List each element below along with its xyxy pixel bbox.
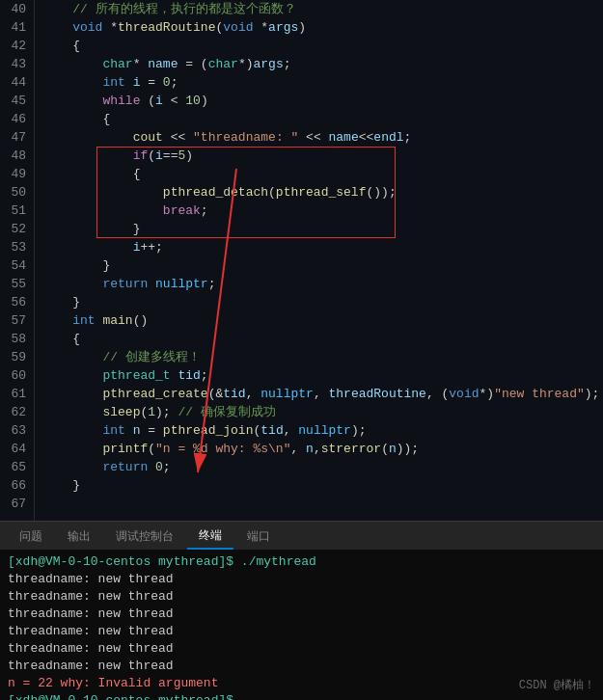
code-line: } — [42, 220, 603, 238]
code-line: return nullptr; — [42, 275, 603, 293]
code-line: { — [42, 330, 603, 348]
code-line: int i = 0; — [42, 73, 603, 92]
code-line: { — [42, 110, 603, 128]
line-number: 64 — [4, 440, 26, 458]
line-number: 53 — [4, 238, 26, 256]
code-container: 4041424344454647484950515253545556575859… — [0, 0, 603, 521]
code-line: cout << "threadname: " << name<<endl; — [42, 128, 603, 147]
line-number: 48 — [4, 147, 26, 165]
line-number: 46 — [4, 110, 26, 128]
line-number: 52 — [4, 220, 26, 238]
code-line: while (i < 10) — [42, 92, 603, 110]
terminal-line: n = 22 why: Invalid argument — [8, 675, 595, 692]
code-line: char* name = (char*)args; — [42, 55, 603, 73]
terminal-tab-端口[interactable]: 端口 — [235, 525, 282, 550]
line-number: 58 — [4, 330, 26, 348]
line-number: 57 — [4, 311, 26, 330]
code-line: } — [42, 256, 603, 275]
code-line: } — [42, 293, 603, 311]
code-line: i++; — [42, 238, 603, 256]
line-number: 67 — [4, 495, 26, 513]
terminal-tab-输出[interactable]: 输出 — [56, 525, 102, 550]
terminal-line: threadname: new thread — [8, 640, 595, 658]
line-number: 51 — [4, 202, 26, 220]
code-line: pthread_detach(pthread_self()); — [42, 183, 603, 202]
line-number: 41 — [4, 18, 26, 37]
code-line: // 创建多线程！ — [42, 348, 603, 366]
terminal-line: threadname: new thread — [8, 571, 595, 588]
code-line: { — [42, 165, 603, 183]
editor-area: 4041424344454647484950515253545556575859… — [0, 0, 603, 521]
watermark: CSDN @橘柚！ — [519, 677, 595, 694]
code-content[interactable]: // 所有的线程，执行的都是这个函数？ void *threadRoutine(… — [35, 0, 603, 521]
terminal-line: [xdh@VM-0-10-centos mythread]$ ./mythrea… — [8, 553, 595, 571]
line-number: 62 — [4, 403, 26, 421]
code-line: printf("n = %d why: %s\n", n,strerror(n)… — [42, 440, 603, 458]
line-number: 56 — [4, 293, 26, 311]
code-line: void *threadRoutine(void *args) — [42, 18, 603, 37]
line-number: 66 — [4, 476, 26, 495]
terminal-tabs: 问题输出调试控制台终端端口 — [0, 521, 603, 550]
line-number: 50 — [4, 183, 26, 202]
line-number: 45 — [4, 92, 26, 110]
line-number: 40 — [4, 0, 26, 18]
terminal-line: [xdh@VM-0-10-centos mythread]$ — [8, 692, 595, 700]
line-number: 54 — [4, 256, 26, 275]
line-number: 65 — [4, 458, 26, 476]
code-line: // 所有的线程，执行的都是这个函数？ — [42, 0, 603, 18]
code-line: break; — [42, 202, 603, 220]
code-line: sleep(1); // 确保复制成功 — [42, 403, 603, 421]
terminal-line: threadname: new thread — [8, 606, 595, 623]
line-number: 42 — [4, 37, 26, 55]
code-line: } — [42, 476, 603, 495]
line-number: 60 — [4, 366, 26, 385]
code-line: int n = pthread_join(tid, nullptr); — [42, 421, 603, 440]
line-number: 63 — [4, 421, 26, 440]
line-numbers: 4041424344454647484950515253545556575859… — [0, 0, 35, 521]
line-number: 47 — [4, 128, 26, 147]
terminal-tab-终端[interactable]: 终端 — [187, 524, 233, 550]
code-line: { — [42, 37, 603, 55]
terminal-tab-问题[interactable]: 问题 — [8, 525, 54, 550]
terminal-line: threadname: new thread — [8, 623, 595, 640]
terminal-body[interactable]: [xdh@VM-0-10-centos mythread]$ ./mythrea… — [0, 550, 603, 700]
line-number: 59 — [4, 348, 26, 366]
terminal-tab-调试控制台[interactable]: 调试控制台 — [104, 525, 185, 550]
code-line: int main() — [42, 311, 603, 330]
code-line: pthread_t tid; — [42, 366, 603, 385]
line-number: 44 — [4, 73, 26, 92]
code-line: return 0; — [42, 458, 603, 476]
line-number: 55 — [4, 275, 26, 293]
terminal-line: threadname: new thread — [8, 658, 595, 675]
line-number: 49 — [4, 165, 26, 183]
code-line: pthread_create(&tid, nullptr, threadRout… — [42, 385, 603, 403]
line-number: 43 — [4, 55, 26, 73]
terminal-line: threadname: new thread — [8, 588, 595, 606]
code-line: if(i==5) — [42, 147, 603, 165]
line-number: 61 — [4, 385, 26, 403]
